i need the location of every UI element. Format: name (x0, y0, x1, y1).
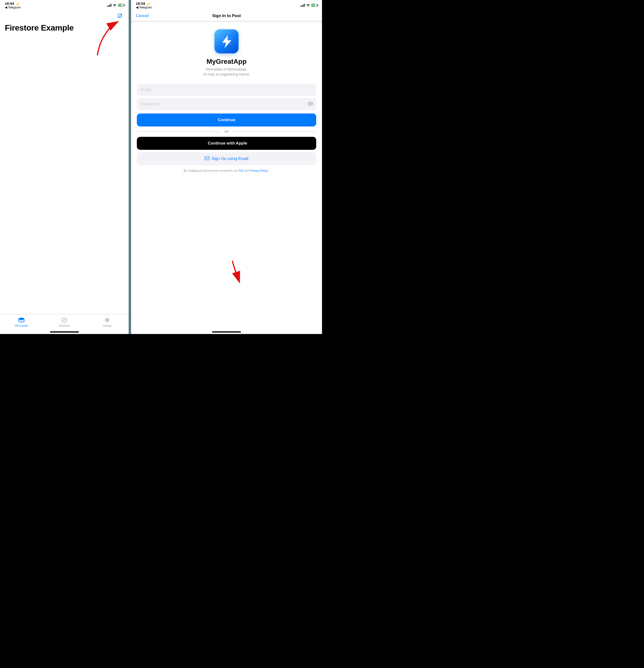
privacy-text-prefix: By creating an Account you consent to ou… (184, 169, 239, 172)
svg-point-3 (106, 319, 108, 321)
app-icon (214, 29, 239, 54)
tab-bar: DB Example Developer Settings (0, 314, 129, 334)
tab-db-example[interactable]: DB Example (14, 317, 29, 327)
privacy-text: By creating an Account you consent to ou… (181, 169, 272, 173)
tab-settings-label: Settings (103, 324, 111, 327)
password-input[interactable] (137, 98, 316, 110)
svg-point-9 (310, 104, 311, 104)
or-divider: OR (137, 130, 316, 134)
right-status-bar: 19:54 🌙 ◀ Telegram (131, 0, 322, 11)
modal-sheet: MyGreatApp Description of MyGreatApp. It… (131, 22, 322, 334)
apple-button-label: Continue with Apple (208, 141, 247, 146)
privacy-period: . (269, 169, 269, 172)
right-signal-icon (300, 4, 305, 7)
svg-rect-10 (205, 156, 209, 160)
moon-icon: 🌙 (15, 2, 19, 5)
or-text: OR (224, 130, 229, 134)
wifi-icon (113, 3, 117, 7)
left-panel: 19:54 🌙 ◀ Telegram (0, 0, 129, 334)
page-title-container: Firestore Example (0, 21, 129, 32)
right-wifi-icon (306, 3, 310, 7)
page-title: Firestore Example (5, 23, 124, 32)
nav-title: Sign In to Post (212, 14, 241, 18)
svg-point-4 (106, 319, 108, 321)
right-back-label: Telegram (139, 5, 152, 9)
or-line-left (137, 132, 221, 132)
email-input[interactable] (137, 84, 316, 96)
app-description: Description of MyGreatApp. It's truly an… (203, 67, 250, 77)
left-status-left: 19:54 🌙 ◀ Telegram (5, 1, 21, 9)
battery-icon (118, 4, 124, 7)
email-envelope-icon (205, 156, 209, 161)
privacy-policy-link[interactable]: Privacy Policy (250, 169, 268, 172)
right-moon-icon: 🌙 (146, 2, 150, 5)
tab-developer[interactable]: Developer (57, 317, 71, 327)
compose-button[interactable] (116, 12, 124, 20)
tos-link[interactable]: ToS (239, 169, 244, 172)
left-time: 19:54 🌙 (5, 1, 21, 5)
privacy-and: and (244, 169, 250, 172)
db-example-icon (18, 317, 25, 323)
right-back-chevron: ◀ (136, 5, 138, 9)
right-status-icons (300, 3, 317, 7)
left-nav-bar (0, 11, 129, 21)
right-home-indicator (212, 331, 241, 333)
app-name: MyGreatApp (207, 58, 246, 65)
right-status-left: 19:54 🌙 ◀ Telegram (136, 1, 152, 9)
tab-db-example-label: DB Example (15, 324, 28, 327)
time-text: 19:54 (5, 1, 14, 5)
right-time: 19:54 🌙 (136, 1, 152, 5)
settings-icon (104, 317, 110, 323)
right-battery-icon (311, 4, 317, 7)
app-desc-line1: Description of MyGreatApp. (206, 67, 247, 71)
svg-point-2 (18, 318, 24, 320)
signal-icon (107, 4, 111, 7)
right-panel: 19:54 🌙 ◀ Telegram Cancel (131, 0, 322, 334)
back-chevron-icon: ◀ (5, 5, 7, 9)
tab-settings[interactable]: Settings (100, 317, 115, 327)
password-field-wrapper (137, 98, 316, 110)
signup-button-label: Sign Up using Email (211, 156, 248, 161)
right-nav-bar: Cancel Sign In to Post (131, 11, 322, 21)
developer-icon (61, 317, 68, 323)
home-indicator (50, 331, 79, 333)
continue-button[interactable]: Continue (137, 113, 316, 126)
back-label: Telegram (8, 5, 21, 9)
app-desc-line2: It's truly an engineering marvel. (203, 72, 250, 76)
tab-developer-label: Developer (59, 324, 70, 327)
password-visibility-icon[interactable] (308, 102, 313, 107)
or-line-right (232, 132, 316, 132)
right-time-text: 19:54 (136, 1, 145, 5)
cancel-button[interactable]: Cancel (136, 14, 149, 18)
left-back-link[interactable]: ◀ Telegram (5, 5, 21, 9)
right-back-link[interactable]: ◀ Telegram (136, 5, 152, 9)
status-icons (107, 3, 124, 7)
signup-with-email-button[interactable]: Sign Up using Email (137, 152, 316, 165)
form-container (137, 84, 316, 110)
left-status-bar: 19:54 🌙 ◀ Telegram (0, 0, 129, 11)
email-field-wrapper (137, 84, 316, 96)
continue-with-apple-button[interactable]: Continue with Apple (137, 137, 316, 150)
panel-divider (129, 0, 131, 334)
